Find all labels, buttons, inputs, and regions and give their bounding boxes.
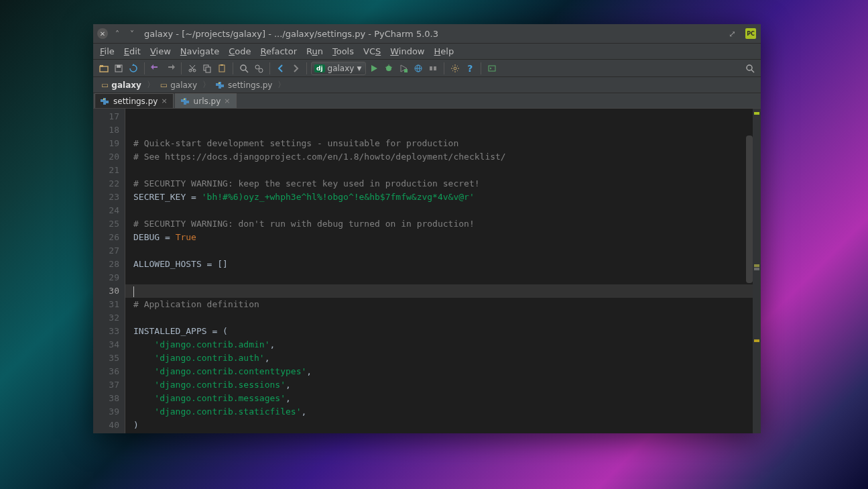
marker-bar[interactable] [753, 109, 761, 433]
code-line[interactable]: 'django.contrib.staticfiles', [133, 405, 753, 419]
menu-file[interactable]: File [96, 45, 119, 58]
close-tab-icon[interactable]: × [161, 97, 167, 105]
help-icon[interactable]: ? [463, 62, 477, 75]
collapse-icon[interactable]: ⤢ [726, 28, 738, 40]
refresh-icon[interactable] [127, 62, 140, 75]
marker[interactable] [754, 264, 759, 267]
open-icon[interactable] [97, 62, 111, 75]
line-number-gutter[interactable]: 1718192021222324252627282930313233343536… [93, 109, 125, 433]
code-line[interactable]: # SECURITY WARNING: keep the secret key … [133, 177, 753, 191]
close-window-button[interactable]: ✕ [97, 28, 108, 39]
back-icon[interactable] [274, 62, 288, 75]
menu-view[interactable]: View [146, 45, 175, 58]
window-title: galaxy - [~/projects/galaxy] - .../galax… [144, 29, 438, 39]
svg-point-14 [386, 66, 391, 71]
code-line[interactable] [133, 123, 753, 137]
code-line[interactable]: ) [133, 419, 753, 432]
code-line[interactable]: 'django.contrib.sessions', [133, 378, 753, 392]
code-line[interactable]: INSTALLED_APPS = ( [133, 325, 753, 338]
toolbar: dj galaxy ▼ ? [93, 60, 761, 77]
tab-label: urls.py [194, 97, 221, 106]
save-icon[interactable] [112, 62, 125, 75]
code-line[interactable] [133, 311, 753, 325]
code-line[interactable]: # Quick-start development settings - uns… [133, 137, 753, 150]
code-line[interactable]: 'django.contrib.contenttypes', [133, 365, 753, 378]
svg-rect-1 [100, 65, 103, 67]
svg-rect-18 [404, 69, 408, 72]
code-line[interactable] [133, 110, 753, 123]
code-line[interactable] [133, 204, 753, 217]
copy-icon[interactable] [200, 62, 214, 75]
cut-icon[interactable] [186, 62, 199, 75]
menu-edit[interactable]: Edit [120, 45, 145, 58]
svg-rect-3 [117, 65, 121, 68]
tab-label: settings.py [113, 97, 158, 106]
debug-icon[interactable] [382, 62, 395, 75]
breadcrumb-folder[interactable]: ▭ galaxy [156, 79, 201, 91]
code-line[interactable]: 'django.contrib.messages', [133, 392, 753, 405]
svg-rect-8 [219, 65, 225, 72]
breadcrumb-sep-icon: 〉 [202, 79, 210, 91]
breadcrumb-root[interactable]: ▭ galaxy [97, 79, 145, 91]
code-line[interactable] [133, 284, 753, 298]
code-editor[interactable]: # Quick-start development settings - uns… [125, 109, 753, 433]
redo-icon[interactable] [164, 62, 177, 75]
marker[interactable] [754, 268, 759, 270]
close-tab-icon[interactable]: × [224, 97, 230, 105]
paste-icon[interactable] [215, 62, 229, 75]
marker[interactable] [754, 339, 759, 342]
chevron-up-icon[interactable]: ˄ [112, 29, 123, 39]
python-console-icon[interactable] [485, 62, 499, 75]
code-line[interactable] [133, 164, 753, 177]
menu-code[interactable]: Code [225, 45, 255, 58]
code-line[interactable]: SECRET_KEY = 'bh!#%6)oyz_+whph3e^hl%!obg… [133, 191, 753, 204]
pycharm-logo-icon: PC [745, 28, 757, 40]
undo-icon[interactable] [149, 62, 162, 75]
code-line[interactable]: # Application definition [133, 298, 753, 311]
menu-run[interactable]: Run [302, 45, 327, 58]
svg-point-30 [103, 99, 105, 100]
svg-point-29 [219, 83, 220, 84]
search-everywhere-icon[interactable] [743, 62, 757, 75]
menu-window[interactable]: Window [386, 45, 428, 58]
menu-navigate[interactable]: Navigate [176, 45, 223, 58]
menu-help[interactable]: Help [430, 45, 458, 58]
svg-point-10 [241, 65, 246, 70]
stop-icon[interactable] [426, 62, 440, 75]
menu-tools[interactable]: Tools [328, 45, 358, 58]
django-badge-icon: dj [314, 64, 325, 72]
marker[interactable] [754, 112, 759, 115]
browser-icon[interactable] [412, 62, 425, 75]
svg-rect-7 [206, 67, 210, 72]
menu-refactor[interactable]: Refactor [256, 45, 301, 58]
run-icon[interactable] [367, 62, 381, 75]
code-line[interactable]: 'django.contrib.auth', [133, 351, 753, 365]
code-line[interactable] [133, 244, 753, 258]
run-config-selector[interactable]: dj galaxy ▼ [311, 62, 366, 75]
settings-icon[interactable] [448, 62, 462, 75]
breadcrumb-label: galaxy [170, 80, 197, 90]
forward-icon[interactable] [289, 62, 302, 75]
code-line[interactable]: 'django.contrib.admin', [133, 338, 753, 351]
breadcrumb-file[interactable]: settings.py [212, 79, 276, 91]
svg-point-13 [259, 68, 263, 72]
coverage-icon[interactable] [397, 62, 410, 75]
svg-line-11 [245, 70, 248, 72]
tab-urls-py[interactable]: urls.py × [175, 93, 237, 108]
tab-settings-py[interactable]: settings.py × [95, 93, 174, 108]
code-line[interactable]: ALLOWED_HOSTS = [] [133, 258, 753, 271]
breadcrumb-sep-icon: 〉 [277, 79, 286, 91]
code-line[interactable] [133, 271, 753, 284]
code-line[interactable]: DEBUG = True [133, 231, 753, 244]
menu-vcs[interactable]: VCS [359, 45, 385, 58]
code-line[interactable]: # See https://docs.djangoproject.com/en/… [133, 150, 753, 164]
chevron-down-icon[interactable]: ˅ [127, 29, 137, 39]
folder-icon: ▭ [160, 80, 168, 90]
python-file-icon [216, 80, 225, 90]
code-line[interactable]: # SECURITY WARNING: don't run with debug… [133, 217, 753, 231]
replace-icon[interactable] [252, 62, 265, 75]
svg-rect-23 [434, 66, 436, 70]
find-icon[interactable] [237, 62, 251, 75]
breadcrumb-sep-icon: 〉 [147, 79, 155, 91]
editor-area: 1718192021222324252627282930313233343536… [93, 109, 761, 433]
